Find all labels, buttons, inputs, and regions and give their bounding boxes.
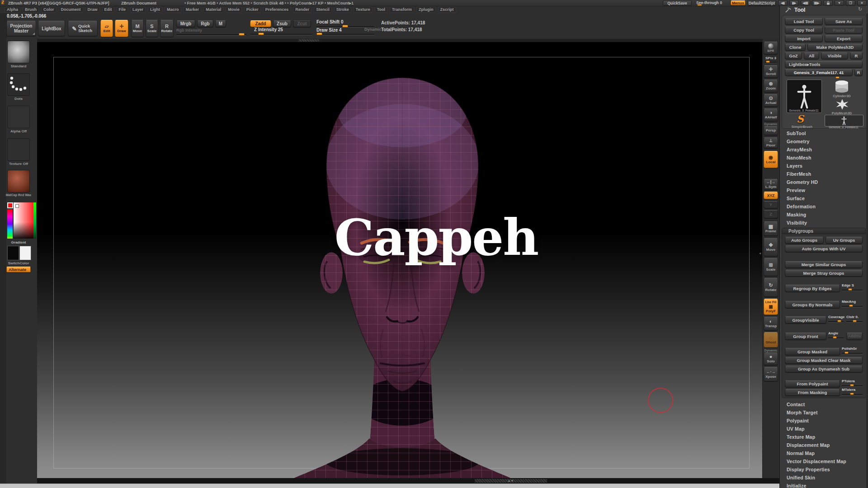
zcut-button[interactable]: Zcut bbox=[293, 20, 311, 27]
scale-canvas-button[interactable]: ⊞Scale bbox=[764, 258, 778, 276]
rotate-button[interactable]: RRotate bbox=[160, 20, 174, 37]
menu-item[interactable]: Brush bbox=[23, 7, 39, 13]
save-as-button[interactable]: Save As bbox=[825, 18, 863, 25]
zadd-button[interactable]: Zadd bbox=[250, 20, 271, 27]
tool-section-header[interactable]: Contact bbox=[779, 400, 866, 408]
selected-color-swatch[interactable] bbox=[7, 202, 13, 208]
coverage-label[interactable]: Coverage bbox=[828, 315, 844, 319]
menu-item[interactable]: Movie bbox=[226, 7, 242, 13]
make-polymesh3d-button[interactable]: Make PolyMesh3D bbox=[807, 44, 863, 51]
hue-bar[interactable] bbox=[7, 209, 13, 239]
tool-section-header[interactable]: Vector Displacement Map bbox=[779, 457, 866, 465]
menu-item[interactable]: File bbox=[117, 7, 128, 13]
scroll-button[interactable]: ✛Scroll bbox=[764, 65, 778, 78]
menu-item[interactable]: Material bbox=[203, 7, 223, 13]
goz-r-button[interactable]: R bbox=[850, 52, 863, 59]
uv-groups-button[interactable]: Uv Groups bbox=[826, 237, 863, 244]
draw-size-handle[interactable] bbox=[316, 33, 322, 35]
dynamic-persp-label[interactable]: Dynamic bbox=[762, 122, 779, 126]
menu-item[interactable]: Zplugin bbox=[416, 7, 436, 13]
scale-button[interactable]: SScale bbox=[146, 20, 158, 37]
draw-size-track[interactable] bbox=[316, 34, 374, 35]
paste-tool-button[interactable]: Paste Tool bbox=[825, 27, 863, 33]
xyz-symmetry-button[interactable]: XYZ bbox=[764, 192, 778, 199]
maxang-label[interactable]: MaxAng bbox=[842, 300, 856, 304]
merge-stray-groups-button[interactable]: Merge Stray Groups bbox=[785, 270, 863, 277]
merge-similar-groups-button[interactable]: Merge Similar Groups bbox=[785, 261, 863, 268]
spix-handle[interactable] bbox=[766, 61, 770, 63]
current-brush-thumbnail[interactable] bbox=[7, 41, 30, 63]
aahalf-button[interactable]: ◑AAHalf bbox=[764, 108, 778, 121]
document-canvas[interactable]: Cappeh bbox=[37, 39, 762, 478]
menu-item[interactable]: Preferences bbox=[263, 7, 291, 13]
tool-section-header[interactable]: Polypaint bbox=[779, 417, 866, 425]
angle-handle[interactable] bbox=[833, 336, 837, 338]
polygroups-section-header[interactable]: Polygroups bbox=[782, 228, 866, 234]
menu-item[interactable]: Marker bbox=[184, 7, 202, 13]
menu-item[interactable]: Tool bbox=[375, 7, 387, 13]
secondary-color-swatch[interactable] bbox=[19, 246, 31, 260]
move-canvas-button[interactable]: ✥Move bbox=[764, 238, 778, 256]
edit-button[interactable]: ▱Edit bbox=[100, 20, 113, 37]
copy-tool-button[interactable]: Copy Tool bbox=[785, 27, 823, 33]
groupvisible-button[interactable]: GroupVisible bbox=[785, 316, 826, 324]
quicksave-button[interactable]: QuickSave bbox=[663, 0, 692, 6]
tool-section-header[interactable]: Deformation bbox=[779, 202, 866, 211]
menu-item[interactable]: Transform bbox=[390, 7, 414, 13]
xpose-button[interactable]: ←·→Xpose bbox=[764, 367, 778, 381]
see-through-slider[interactable]: See-through 0 bbox=[693, 0, 729, 6]
group-as-dynamesh-sub-button[interactable]: Group As Dynamesh Sub bbox=[785, 366, 863, 372]
rgb-intensity-track[interactable] bbox=[176, 34, 246, 36]
goz-visible-button[interactable]: Visible bbox=[821, 52, 848, 59]
panel-refresh-icon[interactable]: ↻ bbox=[858, 6, 862, 12]
from-masking-button[interactable]: From Masking bbox=[785, 389, 840, 396]
local-button[interactable]: ◉Local bbox=[764, 151, 778, 168]
tool-section-header[interactable]: Displacement Map bbox=[779, 441, 866, 449]
tool-section-header[interactable]: Initialize bbox=[779, 482, 866, 488]
actual-size-button[interactable]: ⊙Actual bbox=[764, 94, 778, 107]
edge-smooth-track[interactable] bbox=[842, 290, 863, 291]
restore-button[interactable]: ❒ bbox=[846, 0, 855, 6]
y-symmetry-button[interactable]: Y bbox=[764, 201, 778, 208]
menu-item[interactable]: Zscript bbox=[438, 7, 456, 13]
active-tool-slider[interactable]: Genesis_3_Female117. 41 bbox=[785, 69, 853, 76]
mtolerance-label[interactable]: MTolera bbox=[842, 388, 855, 392]
rgb-button[interactable]: Rgb bbox=[197, 20, 213, 27]
tool-section-header[interactable]: Geometry bbox=[779, 137, 866, 145]
menu-item[interactable]: Color bbox=[41, 7, 57, 13]
tool-section-header[interactable]: Layers bbox=[779, 162, 866, 170]
export-button[interactable]: Export bbox=[825, 35, 863, 42]
tool-section-header[interactable]: Unified Skin bbox=[779, 474, 866, 482]
simplebrush-thumbnail[interactable]: S bbox=[797, 114, 804, 124]
clstr-label[interactable]: Clstr 0. bbox=[846, 315, 859, 319]
menu-item[interactable]: Draw bbox=[85, 7, 100, 13]
goz-button[interactable]: GoZ bbox=[785, 52, 802, 59]
menu-item[interactable]: Stroke bbox=[334, 7, 351, 13]
current-texture-thumbnail[interactable] bbox=[7, 138, 30, 161]
zoom-button[interactable]: ⊕Zoom bbox=[764, 80, 778, 92]
recent-tool-thumbnail[interactable] bbox=[825, 115, 863, 127]
move-button[interactable]: MMove bbox=[131, 20, 144, 37]
projection-master-button[interactable]: Projection Master bbox=[6, 21, 36, 36]
goz-all-button[interactable]: All bbox=[804, 52, 819, 59]
menu-item[interactable]: Macro bbox=[165, 7, 181, 13]
tool-section-header[interactable]: Normal Map bbox=[779, 449, 866, 457]
current-alpha-thumbnail[interactable] bbox=[7, 106, 30, 128]
zsub-button[interactable]: Zsub bbox=[273, 20, 291, 27]
transp-button[interactable]: ◐Transp bbox=[764, 317, 778, 330]
menu-item[interactable]: Picker bbox=[244, 7, 261, 13]
tool-section-header[interactable]: Surface bbox=[779, 194, 866, 202]
active-tool-slider-handle[interactable] bbox=[835, 76, 840, 79]
tool-section-header[interactable]: Visibility bbox=[779, 219, 866, 227]
auto-groups-with-uv-button[interactable]: Auto Groups With UV bbox=[785, 245, 863, 252]
scrollbar-handle[interactable]: ▲▼ bbox=[475, 479, 547, 483]
z-intensity-handle[interactable] bbox=[258, 33, 264, 35]
close-button[interactable]: ✕ bbox=[857, 0, 867, 6]
right-tray-toggle-icon[interactable]: ▮▶ bbox=[789, 0, 799, 6]
left-tray-toggle-icon[interactable]: ◀▮ bbox=[778, 0, 788, 6]
lightbox-tools-button[interactable]: Lightbox▸Tools bbox=[785, 61, 863, 68]
menu-item[interactable]: Light bbox=[148, 7, 162, 13]
canvas-edge-arrows-icon[interactable]: ◂ bbox=[759, 251, 761, 255]
groups-by-normals-button[interactable]: Groups By Normals bbox=[785, 301, 840, 308]
active-tool-r-button[interactable]: R bbox=[854, 69, 863, 76]
